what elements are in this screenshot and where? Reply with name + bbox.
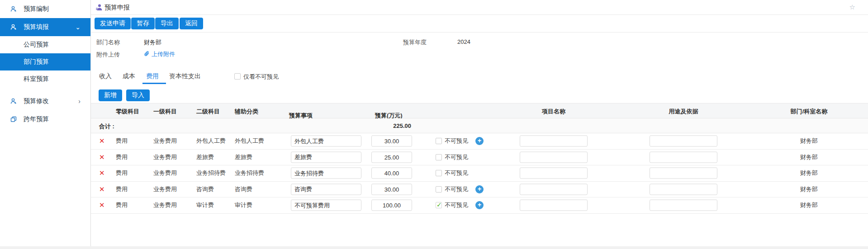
chevron-down-icon: ⌄ — [75, 24, 81, 30]
unforeseen-label: 不可预见 — [445, 169, 468, 177]
budget-amount-input[interactable] — [371, 183, 412, 195]
col-header-level1: 一级科目 — [153, 108, 177, 116]
chevron-right-icon: › — [78, 98, 81, 104]
tab-income[interactable]: 收入 — [99, 72, 112, 80]
cell-level0: 费用 — [116, 201, 128, 209]
budget-item-input[interactable] — [291, 151, 361, 163]
sidebar-item-label: 预算修改 — [24, 97, 49, 105]
col-header-aux-category: 辅助分类 — [235, 108, 258, 116]
project-name-input[interactable] — [520, 200, 588, 211]
unforeseen-checkbox[interactable] — [436, 154, 442, 160]
unforeseen-checkbox[interactable] — [436, 186, 442, 193]
project-name-input[interactable] — [520, 136, 588, 147]
unforeseen-only-label: 仅看不可预见 — [243, 73, 279, 81]
required-asterisk: * — [378, 112, 380, 118]
add-subrow-icon[interactable]: + — [475, 137, 484, 145]
sidebar-item-department-budget[interactable]: 部门预算 — [0, 53, 90, 70]
col-header-project-name: 项目名称 — [520, 108, 588, 116]
delete-row-icon[interactable]: ✕ — [99, 137, 105, 145]
usage-basis-input[interactable] — [650, 151, 717, 163]
sidebar-item-company-budget[interactable]: 公司预算 — [0, 36, 90, 53]
person-icon — [10, 5, 17, 13]
budget-item-input[interactable] — [291, 183, 361, 195]
unforeseen-checkbox[interactable] — [436, 170, 442, 176]
add-row-button[interactable]: 新增 — [99, 89, 122, 101]
cell-aux-category: 外包人工费 — [235, 137, 264, 145]
table-row: ✕ 费用 业务费用 业务招待费 业务招待费 不可预见 + 财务部 — [91, 165, 868, 182]
active-tab-underline — [142, 83, 166, 84]
attachment-upload-label: 附件上传 — [96, 51, 120, 59]
page-title: 预算申报 — [104, 4, 130, 12]
budget-amount-input[interactable] — [371, 136, 412, 147]
back-button[interactable]: 返回 — [180, 18, 203, 29]
tab-bar: 收入 成本 费用 资本性支出 仅看不可预见 — [91, 69, 868, 84]
export-button[interactable]: 导出 — [155, 18, 179, 29]
usage-basis-input[interactable] — [650, 136, 717, 147]
favorite-star-icon[interactable]: ☆ — [849, 3, 855, 11]
budget-item-input[interactable] — [291, 136, 361, 147]
delete-row-icon[interactable]: ✕ — [99, 169, 105, 177]
sidebar-item-label: 科室预算 — [24, 75, 49, 83]
budget-amount-input[interactable] — [371, 168, 412, 179]
budget-amount-input[interactable] — [371, 200, 412, 211]
send-request-button[interactable]: 发送申请 — [95, 18, 131, 29]
sidebar-item-label: 预算填报 — [24, 23, 49, 31]
tab-expense[interactable]: 费用 — [146, 72, 159, 80]
required-asterisk: * — [292, 112, 294, 118]
delete-row-icon[interactable]: ✕ — [99, 201, 105, 209]
cell-level1: 业务费用 — [153, 201, 177, 209]
dept-name-label: 部门名称 — [96, 38, 120, 47]
budget-item-input[interactable] — [291, 168, 361, 179]
sidebar: 预算编制 预算填报 ⌄ 公司预算 部门预算 科室预算 预算修改 › — [0, 0, 91, 249]
usage-basis-input[interactable] — [650, 168, 717, 179]
project-name-input[interactable] — [520, 183, 588, 195]
toolbar: 发送申请 暂存 导出 返回 — [91, 15, 868, 33]
usage-basis-input[interactable] — [650, 183, 717, 195]
delete-row-icon[interactable]: ✕ — [99, 153, 105, 161]
table-body: ✕ 费用 业务费用 外包人工费 外包人工费 不可预见 + 财务部 ✕ 费用 业务… — [91, 133, 868, 214]
project-name-input[interactable] — [520, 168, 588, 179]
sidebar-item-budget-modification[interactable]: 预算修改 › — [0, 92, 90, 110]
col-header-usage-basis: 用途及依据 — [650, 108, 717, 116]
cell-level1: 业务费用 — [153, 137, 177, 145]
import-button[interactable]: 导入 — [126, 89, 150, 101]
unforeseen-checkbox[interactable] — [436, 202, 442, 208]
horizontal-scrollbar[interactable] — [0, 246, 868, 249]
cell-level0: 费用 — [116, 185, 128, 193]
sidebar-item-crossyear-budget[interactable]: 跨年预算 — [0, 110, 90, 128]
sidebar-item-budget-preparation[interactable]: 预算编制 — [0, 0, 90, 18]
sidebar-item-section-budget[interactable]: 科室预算 — [0, 70, 90, 88]
tab-capital-expenditure[interactable]: 资本性支出 — [169, 72, 201, 80]
add-subrow-icon[interactable]: + — [475, 201, 484, 209]
sidebar-item-budget-filling[interactable]: 预算填报 ⌄ — [0, 18, 90, 36]
sidebar-item-label: 跨年预算 — [24, 115, 49, 123]
cell-level1: 业务费用 — [153, 185, 177, 193]
upload-attachment-link[interactable]: 上传附件 — [144, 50, 175, 58]
table-row: ✕ 费用 业务费用 审计费 审计费 不可预见 + 财务部 — [91, 197, 868, 214]
cell-dept-name: 财务部 — [787, 153, 830, 161]
copy-icon — [10, 116, 17, 123]
budget-year-label: 预算年度 — [403, 38, 427, 47]
delete-row-icon[interactable]: ✕ — [99, 185, 105, 193]
tab-cost[interactable]: 成本 — [123, 72, 135, 80]
total-value: 225.00 — [371, 122, 411, 129]
title-bar: 预算申报 ☆ — [91, 0, 868, 15]
unforeseen-only-checkbox[interactable] — [234, 73, 241, 80]
col-header-dept-section: 部门/科室名称 — [787, 108, 830, 116]
cell-level1: 业务费用 — [153, 169, 177, 177]
add-subrow-icon[interactable]: + — [475, 185, 484, 193]
col-header-level0: 零级科目 — [116, 108, 139, 116]
sidebar-gap — [0, 88, 90, 92]
budget-item-input[interactable] — [291, 200, 361, 211]
project-name-input[interactable] — [520, 151, 588, 163]
cell-level0: 费用 — [116, 153, 128, 161]
cell-level2: 咨询费 — [196, 185, 214, 193]
usage-basis-input[interactable] — [650, 200, 717, 211]
unforeseen-checkbox[interactable] — [436, 138, 442, 144]
cell-level1: 业务费用 — [153, 153, 177, 161]
budget-amount-input[interactable] — [371, 151, 412, 163]
temp-save-button[interactable]: 暂存 — [131, 18, 155, 29]
unforeseen-label: 不可预见 — [445, 137, 468, 145]
main-content: 预算申报 ☆ 发送申请 暂存 导出 返回 部门名称 财务部 预算年度 2024 … — [91, 0, 868, 249]
dept-name-value: 财务部 — [144, 38, 161, 47]
